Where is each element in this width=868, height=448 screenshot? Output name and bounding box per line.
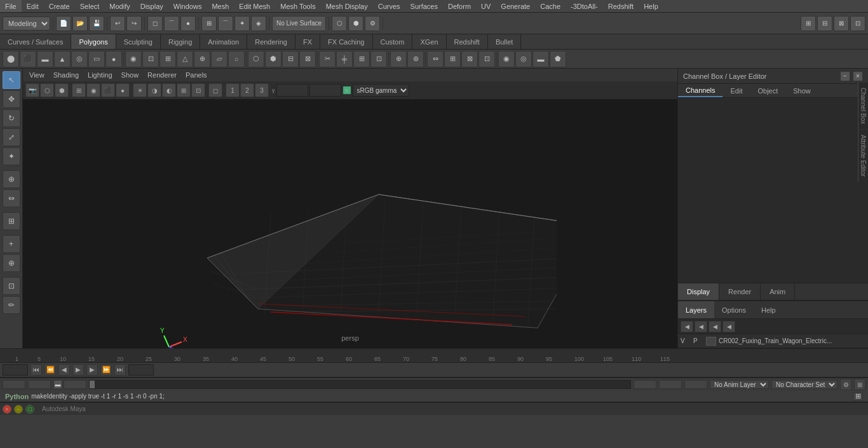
add-plus2-btn[interactable]: ⊕ (3, 254, 20, 272)
menu-mesh-tools[interactable]: Mesh Tools (275, 0, 320, 12)
menu-generate[interactable]: Generate (496, 0, 535, 12)
vp-menu-panels[interactable]: Panels (182, 69, 211, 81)
menu-mesh[interactable]: Mesh (207, 0, 234, 12)
save-btn[interactable]: 💾 (89, 16, 104, 31)
new-scene-btn[interactable]: 📄 (56, 16, 71, 31)
tab-polygons[interactable]: Polygons (71, 34, 116, 49)
menu-redshift[interactable]: Redshift (603, 0, 639, 12)
timeline-bar[interactable] (89, 380, 631, 389)
render-settings-btn[interactable]: ⚙ (365, 16, 380, 31)
layers-tab-help[interactable]: Help (754, 301, 783, 318)
window-min-btn[interactable]: − (14, 405, 23, 414)
tl-next-key-btn[interactable]: ⏩ (100, 364, 112, 376)
timeline-ruler[interactable]: 1 5 10 15 20 25 30 35 40 45 50 55 60 65 … (0, 349, 868, 363)
plane-icon-btn[interactable]: ▭ (88, 51, 105, 67)
symmetry-btn[interactable]: ⇔ (3, 189, 20, 207)
menu-edit[interactable]: Edit (22, 0, 44, 12)
timeline-end-input[interactable]: 120 (128, 364, 154, 376)
subdiv-cube-btn[interactable]: ⊡ (142, 51, 159, 67)
cube-icon-btn[interactable]: ⬛ (20, 51, 36, 67)
tab-redshift[interactable]: Redshift (447, 34, 488, 49)
add-plus-btn[interactable]: + (3, 235, 20, 253)
vp-light-btn[interactable]: ☀ (133, 83, 147, 97)
reduce-btn[interactable]: ▬ (532, 51, 549, 67)
anim-extra-btn[interactable]: ⊞ (854, 379, 865, 390)
menu-edit-mesh[interactable]: Edit Mesh (234, 0, 275, 12)
universal-manip-btn[interactable]: ✦ (3, 147, 20, 165)
tab-curves-surfaces[interactable]: Curves / Surfaces (0, 34, 71, 49)
vp-menu-shading[interactable]: Shading (50, 69, 83, 81)
vp-smooth-btn[interactable]: ◉ (86, 83, 100, 97)
menu-help[interactable]: Help (639, 0, 663, 12)
vp-shadow-btn[interactable]: ◑ (147, 83, 161, 97)
tab-sculpting[interactable]: Sculpting (116, 34, 161, 49)
tab-rendering[interactable]: Rendering (247, 34, 295, 49)
frame-current[interactable]: 1 (64, 380, 86, 389)
vp-shade-btn[interactable]: ⬢ (55, 83, 69, 97)
window-restore-btn[interactable]: □ (25, 405, 34, 414)
color-space-select[interactable]: sRGB gamma (353, 84, 409, 97)
layers-settings-btn[interactable]: ◀ (722, 321, 735, 332)
smooth-btn[interactable]: ◉ (498, 51, 515, 67)
lasso-btn[interactable]: ⌒ (164, 16, 179, 31)
subdiv-disc-btn[interactable]: ○ (228, 51, 245, 67)
tl-rewind-btn[interactable]: ⏮ (31, 364, 42, 376)
vp-cam-btn[interactable]: 📷 (25, 83, 39, 97)
subdiv-cyl-btn[interactable]: ⊞ (159, 51, 176, 67)
vp-wire-btn[interactable]: ⊞ (72, 83, 86, 97)
layer-v[interactable]: V (681, 337, 691, 344)
frame-field-1[interactable]: 1 (3, 380, 25, 389)
layers-del-btn[interactable]: ◀ (709, 321, 721, 332)
vp-film-btn[interactable]: ⬡ (40, 83, 54, 97)
layout-btn-3[interactable]: ⊠ (834, 16, 849, 31)
merge-btn[interactable]: ⊠ (299, 51, 316, 67)
vp-res-med-btn[interactable]: 2 (240, 83, 254, 97)
relax-btn[interactable]: ⊛ (407, 51, 424, 67)
show-manip-btn[interactable]: ⊞ (3, 212, 20, 230)
multi-cut-btn[interactable]: ✂ (319, 51, 336, 67)
snap-point-btn[interactable]: ✦ (234, 16, 250, 31)
menu-curves[interactable]: Curves (373, 0, 405, 12)
layers-tab-options[interactable]: Options (714, 301, 754, 318)
rotate-tool-btn[interactable]: ↻ (3, 109, 20, 127)
menu-windows[interactable]: Windows (168, 0, 207, 12)
render-btn[interactable]: ⬡ (332, 16, 347, 31)
no-live-surface-btn[interactable]: No Live Surface (272, 16, 326, 31)
layout-btn-4[interactable]: ⊡ (850, 16, 865, 31)
open-btn[interactable]: 📂 (72, 16, 88, 31)
layout-btn-2[interactable]: ⊟ (817, 16, 832, 31)
remesh-btn[interactable]: ⬟ (550, 51, 566, 67)
insert-loop-btn[interactable]: ⊞ (353, 51, 370, 67)
tl-prev-frame-btn[interactable]: ◀ (58, 364, 70, 376)
frame-field-2[interactable]: 1 (28, 380, 51, 389)
mode-select[interactable]: Modeling (3, 17, 50, 31)
component-btn[interactable]: ⊡ (3, 277, 20, 295)
layers-new2-btn[interactable]: ◀ (695, 321, 707, 332)
select-tool-btn[interactable]: ↖ (3, 71, 20, 89)
vp-res-low-btn[interactable]: 1 (226, 83, 240, 97)
tab-bullet[interactable]: Bullet (488, 34, 522, 49)
undo-btn[interactable]: ↩ (110, 16, 125, 31)
redo-btn[interactable]: ↪ (126, 16, 142, 31)
menu-display[interactable]: Display (135, 0, 168, 12)
no-anim-layer-select[interactable]: No Anim Layer (710, 380, 769, 389)
sphere-icon-btn[interactable]: ⬤ (3, 51, 19, 67)
tab-rigging[interactable]: Rigging (161, 34, 200, 49)
cb-tab-channels[interactable]: Channels (678, 84, 722, 97)
menu-deform[interactable]: Deform (443, 0, 476, 12)
tl-next-frame-btn[interactable]: ▶ (86, 364, 98, 376)
snap-surface-btn[interactable]: ◈ (251, 16, 266, 31)
quad-draw-btn[interactable]: ⊕ (390, 51, 407, 67)
vp-menu-renderer[interactable]: Renderer (144, 69, 180, 81)
disp-tab-anim[interactable]: Anim (761, 283, 795, 300)
menu-modify[interactable]: Modify (104, 0, 135, 12)
total-field[interactable]: 200 (684, 380, 707, 389)
tab-fx-caching[interactable]: FX Caching (320, 34, 372, 49)
snap-grid-btn[interactable]: ⊞ (201, 16, 217, 31)
tl-prev-key-btn[interactable]: ⏪ (44, 364, 56, 376)
vp-hud-btn[interactable]: ⊡ (191, 83, 205, 97)
cb-tab-show[interactable]: Show (785, 84, 818, 97)
disp-tab-display[interactable]: Display (678, 283, 719, 300)
vp-menu-view[interactable]: View (25, 69, 48, 81)
tab-custom[interactable]: Custom (373, 34, 413, 49)
